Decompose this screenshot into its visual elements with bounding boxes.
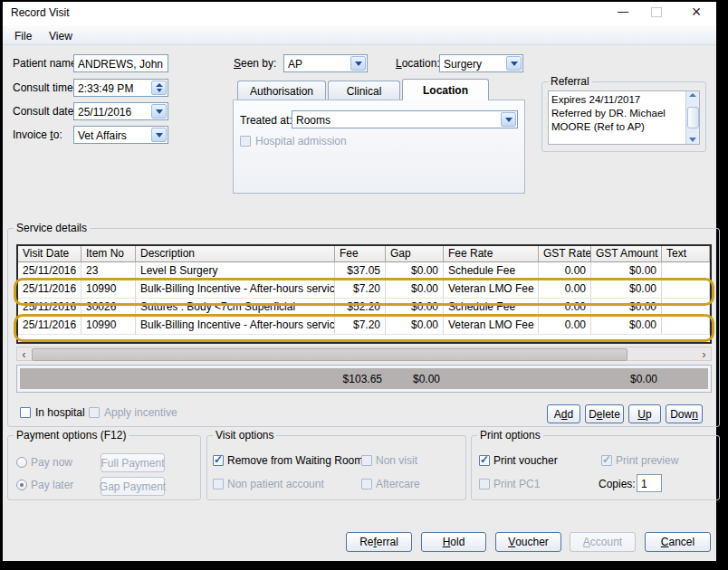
consult-time-field[interactable]: 2:33:49 PM: [73, 79, 168, 97]
print-voucher-checkbox[interactable]: [479, 455, 490, 466]
referral-textbox[interactable]: Expires 24/11/2017 Referred by DR. Micha…: [548, 90, 700, 145]
full-payment-button: Full Payment: [101, 453, 165, 472]
scroll-thumb[interactable]: [32, 348, 627, 361]
aftercare-label: Aftercare: [376, 478, 420, 490]
print-pc1-checkbox: [479, 479, 490, 489]
chevron-down-icon: [511, 62, 518, 66]
table-cell: $0.00: [386, 280, 444, 299]
title-bar[interactable]: [3, 2, 716, 25]
visit-options-title: Visit options: [213, 429, 276, 442]
scroll-left-icon[interactable]: ‹: [17, 347, 31, 360]
hold-button[interactable]: Hold: [421, 532, 486, 552]
remove-from-waiting-room-label: Remove from Waiting Room: [227, 454, 363, 467]
scroll-up-icon[interactable]: [689, 93, 696, 97]
scroll-right-icon[interactable]: ›: [697, 347, 711, 360]
tab-location[interactable]: Location: [402, 79, 489, 100]
payment-options-title: Payment options (F12): [14, 429, 129, 442]
dropdown-button[interactable]: [151, 104, 167, 119]
table-cell: 0.00: [539, 299, 591, 317]
service-details-title: Service details: [14, 222, 90, 234]
total-fee: $103.65: [317, 371, 382, 387]
table-cell: $0.00: [591, 317, 662, 335]
location-combo[interactable]: Surgery: [439, 54, 523, 72]
time-spinner[interactable]: [151, 81, 167, 95]
table-cell: $37.05: [335, 262, 386, 280]
aftercare-checkbox: [361, 479, 372, 489]
table-row[interactable]: 25/11/201610990Bulk-Billing Incentive - …: [18, 280, 710, 299]
referral-scrollbar[interactable]: [685, 91, 699, 144]
print-options-title: Print options: [477, 429, 543, 442]
table-cell: 25/11/2016: [18, 280, 81, 299]
table-cell: $7.20: [335, 280, 386, 299]
table-header-row: Visit DateItem NoDescriptionFeeGapFee Ra…: [18, 246, 710, 262]
menu-bar: [3, 25, 716, 45]
column-header: Fee Rate: [444, 246, 539, 262]
print-pc1-label: Print PC1: [493, 478, 540, 490]
table-cell: [662, 262, 710, 280]
table-cell: Sutures : Body <7cm Superficial: [136, 299, 335, 317]
table-row[interactable]: 25/11/201623Level B Surgery$37.05$0.00Sc…: [18, 262, 710, 280]
maximize-button: [645, 3, 668, 21]
gap-payment-button: Gap Payment: [101, 477, 165, 496]
cancel-button[interactable]: Cancel: [645, 532, 711, 552]
dropdown-button[interactable]: [350, 56, 366, 71]
tab-clinical[interactable]: Clinical: [328, 81, 400, 100]
total-gst: $0.00: [589, 371, 657, 387]
column-header: Text: [662, 246, 710, 262]
minimize-button[interactable]: —: [611, 3, 635, 21]
referral-button[interactable]: Referral: [346, 532, 412, 552]
invoice-to-combo[interactable]: Vet Affairs: [73, 126, 168, 144]
table-cell: $0.00: [386, 262, 444, 280]
copies-input[interactable]: 1: [637, 474, 662, 492]
menu-view[interactable]: View: [43, 28, 78, 44]
dropdown-button[interactable]: [501, 112, 516, 127]
chevron-down-icon: [355, 62, 362, 66]
pay-now-label: Pay now: [31, 456, 72, 469]
voucher-button[interactable]: Voucher: [495, 532, 561, 552]
apply-incentive-label: Apply incentive: [104, 406, 177, 419]
add-button[interactable]: Add: [547, 404, 580, 423]
dropdown-button[interactable]: [151, 128, 167, 142]
in-hospital-checkbox[interactable]: [20, 407, 31, 418]
seen-by-label: Seen by:: [234, 57, 276, 70]
table-cell: Bulk-Billing Incentive - After-hours ser…: [136, 280, 335, 299]
total-gap: $0.00: [386, 371, 440, 387]
consult-date-label: Consult date:: [13, 105, 77, 118]
table-cell: $7.20: [335, 317, 386, 335]
seen-by-combo[interactable]: AP: [283, 54, 368, 72]
consult-time-value: 2:33:49 PM: [74, 80, 150, 96]
table-cell: 25/11/2016: [18, 299, 81, 317]
column-header: GST Rate: [539, 246, 591, 262]
table-row[interactable]: 25/11/201610990Bulk-Billing Incentive - …: [18, 317, 710, 335]
table-horizontal-scrollbar[interactable]: ‹ ›: [16, 347, 712, 361]
close-button[interactable]: ×: [685, 3, 708, 21]
dropdown-button[interactable]: [506, 56, 522, 71]
table-cell: [662, 299, 710, 317]
table-cell: 23: [81, 262, 136, 280]
copies-value: 1: [637, 475, 661, 491]
scroll-down-icon[interactable]: [689, 138, 696, 142]
patient-name-field[interactable]: ANDREWS, John: [73, 54, 168, 72]
table-row[interactable]: 25/11/201630026Sutures : Body <7cm Super…: [18, 299, 710, 317]
treated-at-label: Treated at:: [240, 114, 292, 127]
delete-button[interactable]: Delete: [585, 404, 624, 423]
treated-at-combo[interactable]: Rooms: [292, 110, 518, 128]
menu-file[interactable]: File: [9, 28, 37, 44]
table-cell: 0.00: [539, 280, 591, 299]
referral-group-title: Referral: [548, 75, 592, 88]
table-cell: Bulk-Billing Incentive - After-hours ser…: [136, 317, 335, 335]
pay-later-radio: [16, 480, 27, 490]
non-visit-label: Non visit: [376, 454, 417, 467]
down-button[interactable]: Down: [666, 404, 703, 423]
chevron-down-icon: [505, 118, 512, 122]
consult-date-combo[interactable]: 25/11/2016: [73, 102, 168, 120]
table-cell: 10990: [81, 317, 136, 335]
remove-from-waiting-room-checkbox[interactable]: [213, 455, 224, 466]
table-cell: Veteran LMO Fee: [444, 280, 539, 299]
non-visit-checkbox: [361, 455, 372, 466]
scroll-thumb[interactable]: [687, 107, 699, 128]
table-cell: 25/11/2016: [18, 317, 81, 335]
up-button[interactable]: Up: [628, 404, 661, 423]
tab-authorisation[interactable]: Authorisation: [237, 81, 326, 100]
patient-name-value: ANDREWS, John: [74, 55, 168, 71]
